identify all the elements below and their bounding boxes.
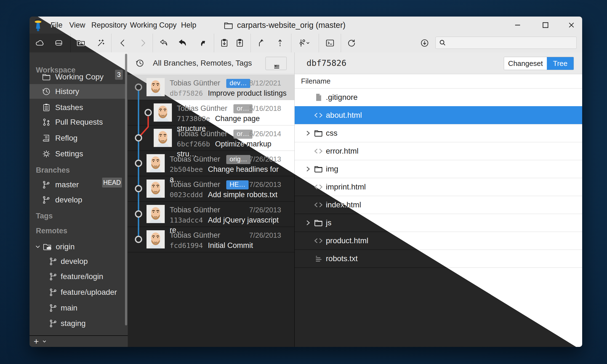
view-switcher: Changeset Tree — [504, 57, 574, 70]
file-row[interactable]: img — [295, 160, 582, 178]
app-icon — [34, 19, 42, 31]
undo-arrow-icon[interactable] — [156, 35, 172, 51]
folder-icon — [42, 73, 51, 81]
chevron-right-icon[interactable] — [305, 219, 312, 226]
file-row[interactable]: index.html — [295, 196, 582, 214]
magic-wand-icon[interactable] — [93, 35, 108, 51]
file-row[interactable]: product.html — [295, 232, 582, 250]
file-icon — [314, 93, 323, 102]
cloud-icon[interactable] — [32, 35, 47, 51]
pull-arrow-icon[interactable] — [175, 35, 190, 51]
sidebar-item-working-copy[interactable]: Working Copy 3 — [30, 70, 126, 84]
title-bar: File View Repository Working Copy Help c… — [30, 17, 582, 34]
history-pane: All Branches, Remotes, Tags Tobias Günth… — [128, 52, 295, 347]
commit-hash: 6bcf266b — [177, 140, 210, 148]
clipboard-apply-icon[interactable] — [217, 35, 232, 51]
fetch-circle-icon[interactable] — [417, 35, 432, 51]
device-icon[interactable] — [51, 35, 66, 51]
commit-author: Tobias Günther — [170, 79, 220, 87]
tree-tab[interactable]: Tree — [547, 57, 574, 70]
file-row[interactable]: js — [295, 214, 582, 232]
back-icon[interactable] — [115, 35, 131, 51]
tags-header: Tags — [36, 211, 53, 221]
menu-repository[interactable]: Repository — [91, 17, 127, 34]
menu-file[interactable]: File — [50, 17, 63, 34]
folder-icon — [224, 21, 233, 29]
sidebar-item-branch-develop[interactable]: develop — [30, 193, 126, 207]
sidebar-item-remote-main[interactable]: main — [30, 301, 126, 315]
toolbar-separator — [291, 34, 291, 52]
open-repository-icon[interactable] — [73, 35, 89, 51]
close-button[interactable] — [564, 17, 579, 34]
file-row[interactable]: imprint.html — [295, 178, 582, 196]
search-input[interactable] — [446, 39, 576, 47]
stash-clipboard-icon — [42, 103, 51, 112]
desktop-background: File View Repository Working Copy Help c… — [0, 0, 607, 364]
refresh-icon[interactable] — [344, 35, 359, 51]
sidebar-item-stashes[interactable]: Stashes — [30, 100, 126, 115]
terminal-icon[interactable] — [322, 35, 338, 51]
details-header: dbf75826 Changeset Tree — [295, 52, 582, 74]
sidebar-bottom-bar: + — [30, 335, 128, 347]
file-row[interactable]: css — [295, 124, 582, 142]
app-window-dark-theme: File View Repository Working Copy Help c… — [30, 17, 582, 347]
commit-date: 6/26/2014 — [249, 129, 281, 139]
clipboard-save-icon[interactable] — [232, 35, 247, 51]
commit-author: Tobias Günther — [177, 104, 227, 113]
gear-icon — [42, 149, 51, 158]
code-icon — [314, 236, 323, 245]
rebase-icon[interactable] — [272, 35, 288, 51]
commit-author: Tobias Günther — [170, 180, 220, 189]
commit-id-label: dbf75826 — [307, 52, 347, 74]
chevron-right-icon[interactable] — [305, 130, 312, 137]
menu-working-copy[interactable]: Working Copy — [130, 17, 177, 34]
toolbar-separator — [111, 34, 111, 52]
merge-icon[interactable] — [254, 35, 269, 51]
toolbar-separator — [251, 34, 251, 52]
chevron-down-icon[interactable] — [42, 339, 47, 344]
sidebar-scrollbar[interactable] — [125, 54, 127, 325]
file-row[interactable]: robots.txt — [295, 250, 582, 268]
sidebar-item-remote-develop[interactable]: develop — [30, 254, 126, 269]
changeset-tab[interactable]: Changeset — [504, 57, 547, 70]
sidebar: Workspace Working Copy 3 History Stashes… — [30, 52, 128, 347]
sidebar-item-branch-master[interactable]: master HEAD — [30, 178, 126, 192]
text-list-icon — [314, 254, 323, 263]
sidebar-item-remote-staging[interactable]: staging — [30, 316, 126, 331]
code-icon — [314, 111, 323, 120]
menu-help[interactable]: Help — [181, 17, 196, 34]
branch-icon — [49, 257, 58, 266]
forward-icon[interactable] — [135, 35, 151, 51]
minimize-button[interactable] — [510, 17, 525, 34]
file-row[interactable]: error.html — [295, 142, 582, 160]
commit-hash: 2b504bee — [170, 165, 203, 173]
commit-graph — [128, 74, 161, 262]
sidebar-item-pull-requests[interactable]: Pull Requests — [30, 115, 126, 129]
chevron-down-icon[interactable] — [34, 243, 41, 250]
git-flow-icon[interactable] — [293, 35, 314, 51]
branch-icon — [42, 180, 51, 189]
sidebar-item-remote-feature-uploader[interactable]: feature/uploader — [30, 285, 126, 299]
file-row[interactable]: about.html — [295, 106, 582, 124]
sidebar-item-reflog[interactable]: Reflog — [30, 131, 126, 145]
branch-badge: orig… — [226, 155, 251, 164]
sidebar-item-remote-feature-login[interactable]: feature/login — [30, 269, 126, 284]
sidebar-item-remote-origin[interactable]: origin — [30, 240, 126, 254]
chevron-right-icon[interactable] — [305, 165, 312, 173]
branches-header: Branches — [36, 165, 70, 175]
branch-icon — [49, 272, 58, 281]
branch-icon — [49, 319, 58, 328]
push-arrow-icon[interactable] — [194, 35, 209, 51]
commit-date: 7/26/2013 — [249, 180, 281, 189]
file-row[interactable]: .gitignore — [295, 88, 582, 106]
sidebar-item-history[interactable]: History — [30, 84, 126, 99]
toolbar-separator — [319, 34, 319, 52]
list-options-button[interactable] — [265, 57, 287, 70]
commit-date: 7/26/2013 — [249, 154, 281, 164]
clock-history-icon — [42, 87, 51, 96]
menu-view[interactable]: View — [69, 17, 85, 34]
sidebar-item-settings[interactable]: Settings — [30, 147, 126, 161]
add-repository-button[interactable]: + — [34, 336, 39, 347]
maximize-button[interactable] — [538, 17, 553, 34]
pull-request-icon — [42, 118, 51, 127]
